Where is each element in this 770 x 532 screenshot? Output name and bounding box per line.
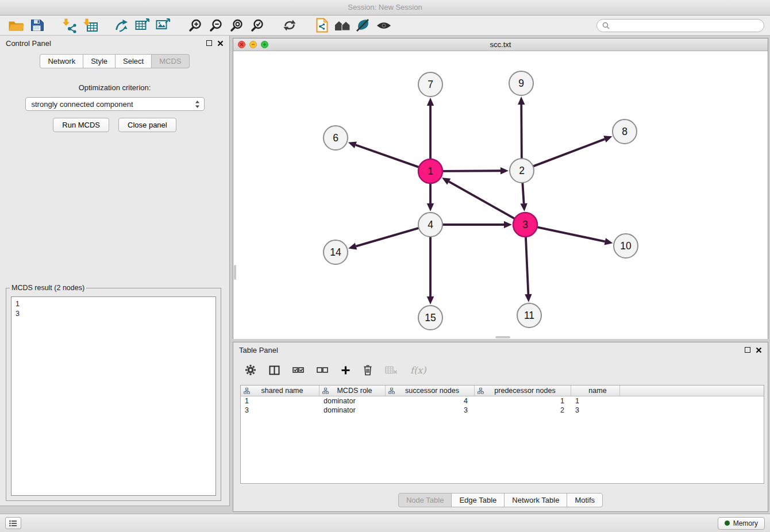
cell-shared-name[interactable]: 1 [241,397,319,405]
select-all-columns-button[interactable] [292,367,304,374]
function-builder-button[interactable]: f(x) [410,365,426,376]
zoom-out-button[interactable] [206,17,226,34]
graph-edge-2-8[interactable] [533,139,605,167]
column-header-name[interactable]: name [571,385,620,396]
graph-edge-arrowhead[interactable] [427,203,434,211]
vertical-scrollbar-thumb[interactable] [234,265,236,280]
show-columns-button[interactable] [269,365,280,375]
main-toolbar [0,16,770,36]
zoom-fit-button[interactable] [226,17,247,34]
graph-edge-2-9[interactable] [521,105,522,159]
cell-name[interactable]: 1 [571,397,620,405]
cell-name[interactable]: 3 [571,406,620,414]
add-column-button[interactable] [341,365,351,375]
tab-mcds[interactable]: MCDS [151,54,189,68]
toolbar-search[interactable] [596,19,764,32]
horizontal-scrollbar-thumb[interactable] [495,336,510,338]
save-session-button[interactable] [26,17,47,34]
graph-edge-3-11[interactable] [526,236,528,294]
export-table-button[interactable] [132,17,153,34]
column-header-shared-name[interactable]: shared name [241,385,319,396]
task-history-button[interactable] [5,517,21,529]
column-header-mcds-role[interactable]: MCDS role [319,385,386,396]
zoom-window-icon[interactable] [261,41,268,48]
tab-network-table[interactable]: Network Table [504,493,567,507]
import-table-button[interactable] [79,17,100,34]
float-table-panel-icon[interactable] [745,347,750,353]
graph-edge-1-6[interactable] [356,145,419,167]
network-window-title: scc.txt [490,40,511,49]
graph-edge-arrowhead[interactable] [605,238,613,245]
deselect-all-columns-button[interactable] [317,367,328,374]
tab-edge-table[interactable]: Edge Table [451,493,505,507]
delete-table-button[interactable] [385,366,398,374]
column-header-successor-nodes[interactable]: successor nodes [386,385,475,396]
graph-edge-1-2[interactable] [442,171,500,171]
tab-select[interactable]: Select [115,54,152,68]
close-panel-icon[interactable] [217,40,224,47]
tab-style[interactable]: Style [83,54,116,68]
cell-shared-name[interactable]: 3 [241,406,319,414]
cell-successor-nodes[interactable]: 4 [386,397,475,405]
graph-edge-arrowhead[interactable] [603,136,612,142]
graph-edge-arrowhead[interactable] [500,167,509,174]
column-header-predecessor-nodes[interactable]: predecessor nodes [475,385,571,396]
graph-edge-2-3[interactable] [522,182,523,203]
cell-predecessor-nodes[interactable]: 2 [475,406,571,414]
graph-edge-4-14[interactable] [356,228,419,246]
cell-mcds-role[interactable]: dominator [319,397,386,405]
criterion-select[interactable]: strongly connected component [25,97,205,111]
close-window-icon[interactable] [238,41,245,48]
close-table-panel-icon[interactable] [756,347,762,353]
graph-edge-3-1[interactable] [449,182,515,219]
search-input[interactable] [613,21,759,30]
graph-edge-arrowhead[interactable] [427,98,434,106]
split-columns-icon [269,365,280,375]
minimize-window-icon[interactable] [249,41,257,48]
tab-node-table[interactable]: Node Table [398,493,452,507]
table-row[interactable]: 1 dominator 4 1 1 [241,396,764,406]
cell-mcds-role[interactable]: dominator [319,406,386,414]
zoom-in-button[interactable] [185,17,206,34]
zoom-selected-icon [251,18,264,32]
graph-edge-arrowhead[interactable] [504,221,512,228]
graph-edge-arrowhead[interactable] [427,296,434,304]
cell-successor-nodes[interactable]: 3 [386,406,475,414]
run-mcds-button[interactable]: Run MCDS [53,118,109,132]
show-hide-button[interactable] [374,17,394,34]
column-label: predecessor nodes [490,387,555,395]
export-network-button[interactable] [111,17,132,34]
zoom-selected-button[interactable] [247,17,268,34]
tab-network[interactable]: Network [40,54,83,68]
graph-edge-arrowhead[interactable] [518,97,525,105]
export-image-icon [156,18,171,33]
close-panel-button[interactable]: Close panel [118,118,176,132]
graph-node-label: 11 [524,310,534,321]
graph-edge-arrowhead[interactable] [348,141,357,148]
tab-motifs[interactable]: Motifs [567,493,603,507]
graph-edge-arrowhead[interactable] [520,203,527,211]
refresh-view-button[interactable] [279,17,300,34]
cell-predecessor-nodes[interactable]: 1 [475,397,571,405]
delete-column-button[interactable] [363,364,372,376]
memory-button[interactable]: Memory [718,517,765,530]
export-image-button[interactable] [153,17,174,34]
mcds-result-list[interactable]: 1 3 [11,296,216,496]
network-window-titlebar[interactable]: scc.txt [233,38,768,51]
network-canvas[interactable]: 7968124314101511 [233,51,768,339]
graph-edge-arrowhead[interactable] [525,294,532,302]
style-brush-button[interactable] [353,17,374,34]
table-settings-button[interactable] [245,364,256,376]
select-stepper-icon [192,99,202,109]
graph-edge-3-10[interactable] [537,227,605,241]
clone-network-button[interactable] [311,17,332,34]
graph-edge-arrowhead[interactable] [348,243,357,250]
houses-button[interactable] [332,17,353,34]
table-row[interactable]: 3 dominator 3 2 3 [241,406,764,415]
open-file-button[interactable] [6,17,26,34]
float-panel-icon[interactable] [206,40,212,46]
result-item[interactable]: 1 [16,299,211,309]
result-item[interactable]: 3 [16,309,211,319]
import-network-button[interactable] [59,17,79,34]
header-filler [620,385,764,396]
